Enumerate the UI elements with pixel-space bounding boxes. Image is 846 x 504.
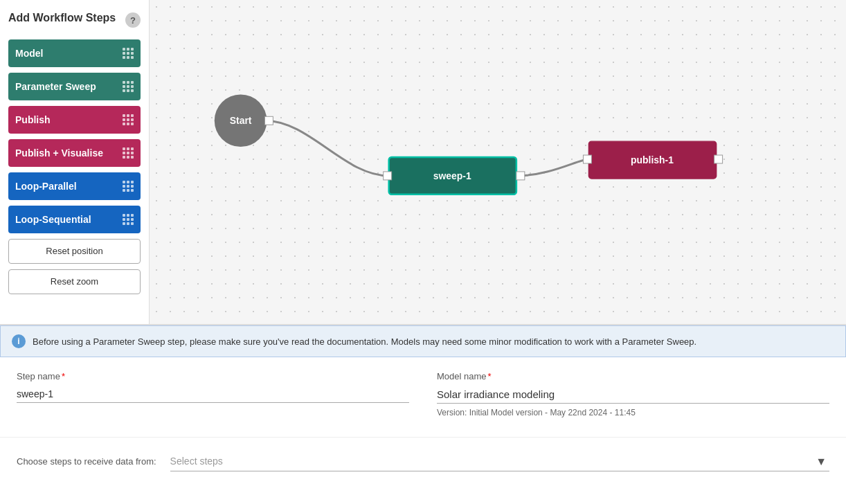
select-steps-input[interactable]: Select steps (170, 451, 829, 471)
model-step-button[interactable]: Model (8, 39, 141, 67)
info-banner: i Before using a Parameter Sweep step, p… (0, 325, 846, 357)
publish-vis-button[interactable]: Publish + Visualise (8, 139, 141, 167)
param-sweep-grid-icon (123, 81, 134, 92)
bottom-section: i Before using a Parameter Sweep step, p… (0, 325, 846, 504)
publish-label: Publish (15, 114, 51, 125)
model-step-label: Model (15, 48, 43, 59)
select-steps-wrapper[interactable]: Select steps ▼ (170, 451, 829, 471)
loop-parallel-label: Loop-Parallel (15, 181, 77, 192)
reset-zoom-button[interactable]: Reset zoom (8, 269, 141, 294)
publish-vis-label: Publish + Visualise (15, 147, 103, 159)
publish-input-port[interactable] (583, 155, 591, 163)
loop-seq-grid-icon (123, 214, 134, 225)
info-icon: i (12, 334, 26, 348)
publish-button[interactable]: Publish (8, 106, 141, 134)
loop-par-grid-icon (123, 181, 134, 192)
choose-steps-row: Choose steps to receive data from: Selec… (0, 437, 846, 471)
form-section: Step name* Model name* Solar irradiance … (0, 357, 846, 431)
sweep-node-label: sweep-1 (433, 170, 471, 181)
step-name-group: Step name* (17, 371, 409, 417)
publish-node-label: publish-1 (631, 154, 674, 165)
model-name-value: Solar irradiance modeling (437, 386, 829, 404)
sidebar-title: Add Workflow Steps (8, 11, 116, 26)
publish-vis-grid-icon (123, 147, 134, 159)
model-name-label: Model name* (437, 371, 829, 381)
start-node-label: Start (230, 115, 252, 126)
sweep-input-port[interactable] (384, 172, 392, 180)
sidebar: Add Workflow Steps ? Model Parameter Swe… (0, 0, 150, 324)
param-sweep-button[interactable]: Parameter Sweep (8, 73, 141, 100)
step-name-input[interactable] (17, 386, 409, 403)
step-name-label: Step name* (17, 371, 409, 381)
choose-steps-label: Choose steps to receive data from: (17, 456, 156, 467)
model-name-group: Model name* Solar irradiance modeling Ve… (437, 371, 829, 417)
workflow-canvas[interactable]: Start sweep-1 publish-1 (150, 0, 846, 324)
model-grid-icon (123, 48, 134, 59)
reset-position-button[interactable]: Reset position (8, 239, 141, 264)
loop-sequential-button[interactable]: Loop-Sequential (8, 206, 141, 233)
loop-sequential-label: Loop-Sequential (15, 214, 91, 225)
help-icon[interactable]: ? (125, 12, 141, 28)
form-row-1: Step name* Model name* Solar irradiance … (17, 371, 829, 417)
sweep-output-port[interactable] (516, 172, 525, 180)
publish-output-port[interactable] (714, 155, 723, 163)
start-output-port[interactable] (264, 116, 273, 125)
param-sweep-label: Parameter Sweep (15, 81, 96, 92)
model-version: Version: Initial Model version - May 22n… (437, 408, 829, 417)
loop-parallel-button[interactable]: Loop-Parallel (8, 172, 141, 200)
publish-grid-icon (123, 114, 134, 125)
info-banner-text: Before using a Parameter Sweep step, ple… (33, 336, 696, 347)
